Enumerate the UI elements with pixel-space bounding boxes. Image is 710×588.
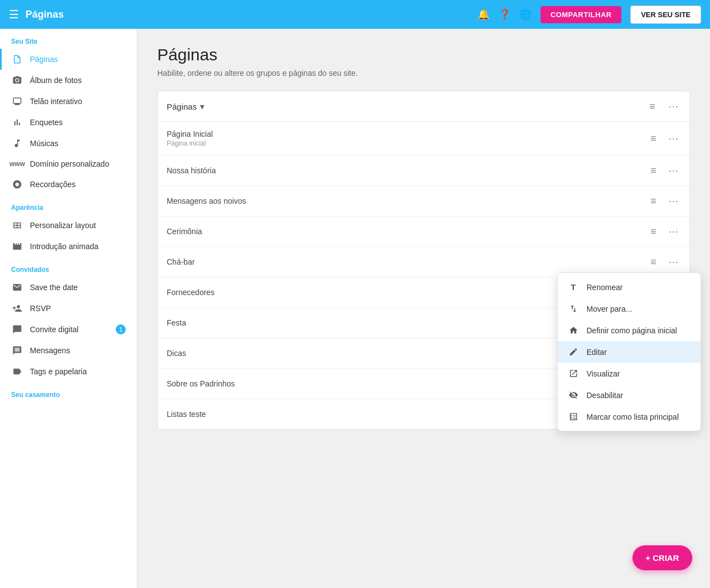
sidebar-item-album[interactable]: Álbum de fotos	[0, 70, 137, 91]
context-menu-visualizar-label: Visualizar	[586, 369, 620, 378]
seu-casamento-label: Seu casamento	[0, 382, 137, 402]
main-layout: Seu Site Páginas Álbum de fotos Telão in…	[0, 29, 710, 588]
list-icon	[568, 412, 579, 421]
seu-site-label: Seu Site	[0, 29, 137, 49]
context-menu-renomear-label: Renomear	[586, 283, 622, 292]
content-area: Páginas Habilite, ordene ou altere os gr…	[137, 29, 710, 588]
row-more-icon[interactable]: ⋯	[666, 255, 681, 269]
page-row-left: Sobre os Padrinhos	[167, 379, 235, 388]
page-name: Dicas	[167, 349, 186, 358]
film-icon	[11, 241, 23, 251]
sidebar-label-personalizar: Personalizar layout	[30, 221, 96, 230]
sidebar-item-rsvp[interactable]: RSVP	[0, 298, 137, 319]
page-row-left: Fornecedores	[167, 288, 214, 297]
sidebar-label-savedate: Save the date	[30, 283, 78, 292]
sidebar-label-paginas: Páginas	[30, 55, 58, 64]
sidebar-item-introducao[interactable]: Introdução animada	[0, 236, 137, 257]
sidebar-item-paginas[interactable]: Páginas	[0, 49, 137, 70]
context-menu-editar-label: Editar	[586, 348, 607, 357]
eye-off-icon	[568, 390, 579, 400]
sidebar: Seu Site Páginas Álbum de fotos Telão in…	[0, 29, 137, 588]
sidebar-label-introducao: Introdução animada	[30, 242, 99, 251]
context-menu-mover[interactable]: Mover para...	[558, 298, 701, 319]
panel-more-icon[interactable]: ⋯	[666, 99, 681, 114]
panel-drag-icon[interactable]: ≡	[647, 100, 657, 114]
row-more-icon[interactable]: ⋯	[666, 224, 681, 239]
create-button[interactable]: + CRIAR	[632, 545, 692, 570]
sidebar-label-tags: Tags e papelaria	[30, 367, 87, 376]
chevron-down-icon[interactable]: ▾	[200, 101, 204, 112]
sidebar-item-musicas[interactable]: Músicas	[0, 133, 137, 154]
page-row-actions: ≡ ⋯	[648, 194, 681, 208]
context-menu-visualizar[interactable]: Visualizar	[558, 363, 701, 384]
sidebar-item-personalizar[interactable]: Personalizar layout	[0, 215, 137, 236]
row-drag-icon[interactable]: ≡	[648, 194, 658, 208]
sidebar-item-convite[interactable]: Convite digital 1	[0, 319, 137, 340]
page-name: Listas teste	[167, 410, 206, 419]
row-drag-icon[interactable]: ≡	[648, 225, 658, 239]
svg-point-0	[16, 79, 19, 82]
page-title: Páginas	[157, 45, 690, 64]
aparencia-label: Aparência	[0, 195, 137, 215]
context-menu-desabilitar[interactable]: Desabilitar	[558, 384, 701, 406]
pages-icon	[11, 54, 23, 64]
page-row-left: Chá-bar	[167, 257, 195, 266]
page-name: Sobre os Padrinhos	[167, 379, 235, 388]
sidebar-item-recordacoes[interactable]: Recordações	[0, 174, 137, 195]
row-more-icon[interactable]: ⋯	[666, 131, 681, 146]
home-icon	[568, 326, 579, 335]
page-row-actions: ≡ ⋯	[648, 255, 681, 269]
context-menu: T Renomear Mover para... Definir como pá…	[557, 272, 701, 431]
context-menu-mover-label: Mover para...	[586, 305, 632, 313]
sidebar-item-dominio[interactable]: www Domínio personalizado	[0, 154, 137, 174]
context-menu-renomear[interactable]: T Renomear	[558, 276, 701, 298]
page-row: Página Inicial Página inicial ≡ ⋯	[158, 122, 690, 156]
panel-header-title: Páginas ▾	[167, 101, 204, 112]
row-drag-icon[interactable]: ≡	[648, 164, 658, 178]
context-menu-definir-label: Definir como página inicial	[586, 326, 677, 335]
panel-header: Páginas ▾ ≡ ⋯	[158, 91, 690, 122]
text-icon: T	[568, 282, 579, 292]
envelope-icon	[11, 282, 23, 292]
compartilhar-button[interactable]: COMPARTILHAR	[541, 6, 621, 23]
ver-site-button[interactable]: VER SEU SITE	[630, 6, 701, 24]
row-drag-icon[interactable]: ≡	[648, 132, 658, 146]
context-menu-editar[interactable]: Editar	[558, 341, 701, 363]
page-row-left: Página Inicial Página inicial	[167, 130, 213, 147]
page-name: Fornecedores	[167, 288, 214, 297]
context-menu-definir[interactable]: Definir como página inicial	[558, 319, 701, 341]
context-menu-marcar[interactable]: Marcar como lista principal	[558, 406, 701, 427]
bell-icon[interactable]: 🔔	[477, 8, 490, 20]
sidebar-label-mensagens: Mensagens	[30, 346, 70, 355]
help-icon[interactable]: ❓	[498, 8, 511, 20]
globe-icon[interactable]: 🌐	[519, 8, 532, 20]
convite-badge: 1	[116, 324, 126, 334]
row-drag-icon[interactable]: ≡	[648, 255, 658, 269]
page-row: Nossa história ≡ ⋯	[158, 156, 690, 186]
hamburger-icon[interactable]: ☰	[9, 8, 19, 21]
sidebar-label-enquetes: Enquetes	[30, 118, 63, 127]
row-more-icon[interactable]: ⋯	[666, 194, 681, 208]
tag-icon	[11, 367, 23, 376]
sidebar-label-telao: Telão interativo	[30, 97, 82, 106]
convidados-label: Convidados	[0, 257, 137, 277]
page-row-left: Dicas	[167, 349, 186, 358]
context-menu-marcar-label: Marcar como lista principal	[586, 412, 679, 421]
page-row-left: Nossa história	[167, 166, 216, 175]
sidebar-item-tags[interactable]: Tags e papelaria	[0, 361, 137, 382]
sidebar-item-telao[interactable]: Telão interativo	[0, 91, 137, 112]
sidebar-item-mensagens[interactable]: Mensagens	[0, 340, 137, 361]
camera-icon	[11, 75, 23, 85]
page-url: Página inicial	[167, 140, 213, 147]
open-icon	[568, 369, 579, 378]
row-more-icon[interactable]: ⋯	[666, 163, 681, 178]
disc-icon	[11, 179, 23, 189]
sidebar-item-savedate[interactable]: Save the date	[0, 277, 137, 298]
convite-icon	[11, 324, 23, 334]
sidebar-label-convite: Convite digital	[30, 325, 79, 334]
page-row: Cerimônia ≡ ⋯	[158, 216, 690, 247]
chart-icon	[11, 117, 23, 127]
sidebar-item-enquetes[interactable]: Enquetes	[0, 112, 137, 133]
page-name: Nossa história	[167, 166, 216, 175]
monitor-icon	[11, 96, 23, 106]
